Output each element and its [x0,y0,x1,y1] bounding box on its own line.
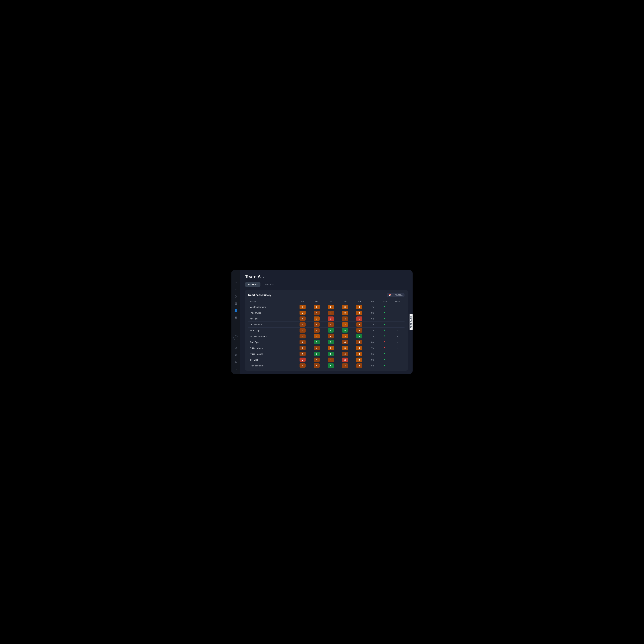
sh-value: 7h [366,345,379,351]
calendar-icon: 📅 [389,294,391,296]
pain-flag: ⚑ [379,310,390,316]
score-pr: 4 [296,351,310,357]
pain-flag: ⚑ [379,316,390,322]
sidebar-icon-activity[interactable]: ✦ [233,286,239,292]
score-gr: 2 [338,357,352,363]
main-content: Team A ⌄ Readiness Workouts Readiness Su… [240,270,413,374]
notes-value: - [391,304,405,310]
athlete-name: Philip Flasche [248,351,296,357]
col-gr: GR [338,300,352,304]
score-mr: 4 [310,363,324,368]
sh-value: 6h [366,351,379,357]
survey-date: 11/12/2024 [392,294,403,296]
score-sq: 4 [352,339,366,345]
page-header: Team A ⌄ [245,274,408,279]
table-row: Max Mustermann 3 3 3 3 3 7h⚑- [248,304,405,310]
feedback-tab[interactable]: FEEDBACK [410,314,413,330]
sh-value: 7h [366,322,379,328]
sh-value: 7h [366,328,379,333]
score-eb: 5 [324,339,338,345]
score-gr: 3 [338,345,352,351]
score-sq: 3 [352,310,366,316]
score-sq: 4 [352,328,366,333]
sidebar-add-button[interactable]: + [233,335,238,340]
tab-workouts[interactable]: Workouts [262,282,276,287]
score-gr: 4 [338,339,352,345]
score-sq: 1 [352,316,366,322]
score-pr: 4 [296,363,310,368]
score-eb: 2 [324,316,338,322]
sidebar-icon-calendar[interactable]: ▣ [233,314,239,320]
survey-title: Readiness Survey [248,294,271,297]
table-row: Jan Paul 4 3 2 4 1 6h⚑- [248,316,405,322]
sh-value: 6h [366,316,379,322]
sidebar-icon-clock[interactable]: ◷ [233,293,239,299]
team-dropdown-icon[interactable]: ⌄ [262,275,265,279]
col-pain: Pain [379,300,390,304]
sidebar-icon-chart[interactable]: ▦ [233,300,239,306]
score-gr: 3 [338,322,352,328]
athlete-name: Tim Büchner [248,322,296,328]
sidebar-icon-shield[interactable]: ◈ [233,359,239,365]
score-mr: 4 [310,357,324,363]
col-sh: SH [366,300,379,304]
page-title: Team A [245,274,261,279]
pain-flag: ⚑ [379,339,390,345]
score-pr: 3 [296,310,310,316]
col-mr: MR [310,300,324,304]
sidebar-icon-users[interactable]: 👤 [233,307,239,313]
score-mr: 4 [310,310,324,316]
sh-value: 8h [366,339,379,345]
col-eb: EB [324,300,338,304]
score-eb: 4 [324,357,338,363]
score-pr: 2 [296,357,310,363]
survey-header: Readiness Survey 📅 11/12/2024 [248,293,405,297]
athlete-name: Max Mustermann [248,304,296,310]
pain-flag: ⚑ [379,357,390,363]
app-container: → ⌂ ✦ ◷ ▦ 👤 ▣ + ◎ ⚙ ◈ ⇥ Team A ⌄ Readine… [231,270,413,374]
notes-value: - [391,316,405,322]
score-pr: 3 [296,304,310,310]
score-eb: 4 [324,322,338,328]
sidebar-icon-home[interactable]: ⌂ [233,279,239,285]
score-gr: 4 [338,351,352,357]
survey-panel: Readiness Survey 📅 11/12/2024 Athlete PR… [245,290,408,371]
date-picker[interactable]: 📅 11/12/2024 [387,293,405,297]
score-mr: 4 [310,345,324,351]
score-eb: 3 [324,345,338,351]
athlete-name: Jack Long [248,328,296,333]
sidebar-icon-logout[interactable]: ⇥ [233,366,239,372]
score-eb: 3 [324,304,338,310]
score-eb: 5 [324,351,338,357]
sh-value: 7h [366,304,379,310]
score-sq: 3 [352,351,366,357]
score-mr: 3 [310,333,324,339]
table-row: Igor Lieb 2 4 4 2 3 8h⚑- [248,357,405,363]
notes-value: - [391,339,405,345]
athlete-name: Michael Hartmann [248,333,296,339]
score-sq: 5 [352,333,366,339]
notes-value: - [391,357,405,363]
col-sq: SQ [352,300,366,304]
score-eb: 5 [324,363,338,368]
pain-flag: ⚑ [379,322,390,328]
score-gr: 3 [338,333,352,339]
score-sq: 4 [352,322,366,328]
table-row: Jack Long 4 4 5 5 4 7h⚑- [248,328,405,333]
athlete-name: Philipp Mauer [248,345,296,351]
notes-value: - [391,351,405,357]
table-row: Philipp Mauer 4 4 3 3 3 7h⚑- [248,345,405,351]
score-mr: 3 [310,316,324,322]
tab-readiness[interactable]: Readiness [245,282,260,287]
score-pr: 4 [296,322,310,328]
sidebar-icon-settings[interactable]: ⚙ [233,352,239,358]
sidebar-icon-chat[interactable]: ◎ [233,345,239,351]
readiness-table: Athlete PR MR EB GR SQ SH Pain Notes Max… [248,300,405,368]
score-gr: 4 [338,363,352,368]
notes-value: - [391,310,405,316]
table-row: Theo Hammer 4 4 5 4 4 8h⚑- [248,363,405,368]
score-mr: 5 [310,339,324,345]
sidebar-icon-arrow[interactable]: → [233,272,239,278]
sidebar: → ⌂ ✦ ◷ ▦ 👤 ▣ + ◎ ⚙ ◈ ⇥ [231,270,240,374]
athlete-name: Theo Hammer [248,363,296,368]
